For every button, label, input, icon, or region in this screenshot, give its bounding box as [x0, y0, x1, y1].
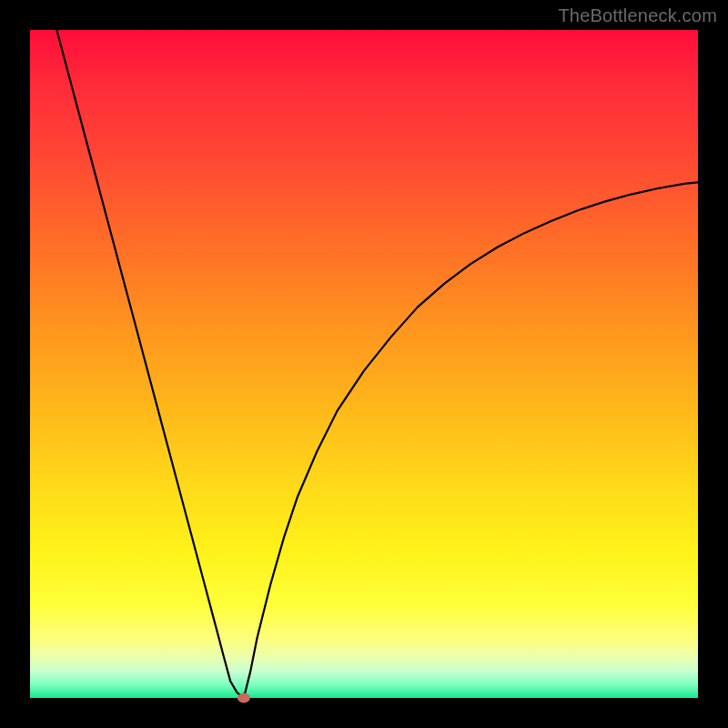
- chart-frame: TheBottleneck.com: [0, 0, 728, 728]
- bottleneck-curve: [56, 30, 698, 698]
- minimum-marker: [238, 693, 250, 703]
- plot-area: [30, 30, 698, 698]
- watermark-text: TheBottleneck.com: [558, 5, 717, 26]
- chart-svg: [30, 30, 698, 698]
